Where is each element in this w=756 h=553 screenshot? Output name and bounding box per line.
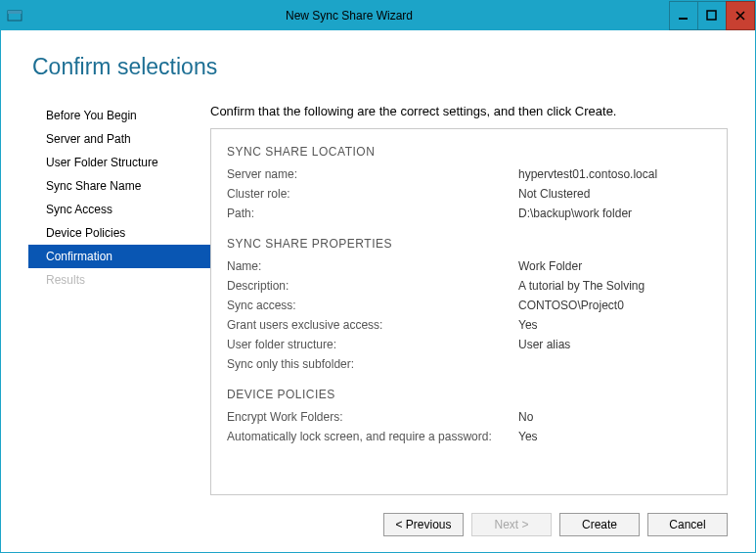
row-server-name: Server name: hypervtest01.contoso.local: [227, 164, 711, 184]
instruction-text: Confirm that the following are the corre…: [210, 104, 728, 118]
label-folder-structure: User folder structure:: [227, 335, 518, 354]
label-subfolder: Sync only this subfolder:: [227, 354, 518, 374]
step-before-you-begin[interactable]: Before You Begin: [28, 104, 210, 127]
next-button: Next >: [471, 513, 552, 536]
value-sync-access: CONTOSO\Project0: [518, 296, 711, 315]
label-encrypt: Encrypt Work Folders:: [227, 407, 518, 427]
step-device-policies[interactable]: Device Policies: [28, 221, 210, 245]
svg-rect-3: [707, 11, 716, 20]
titlebar: New Sync Share Wizard: [1, 1, 755, 30]
label-sync-access: Sync access:: [227, 296, 518, 315]
wizard-steps: Before You BeginServer and PathUser Fold…: [28, 102, 210, 536]
label-name: Name:: [227, 256, 518, 276]
value-name: Work Folder: [518, 256, 711, 276]
row-path: Path: D:\backup\work folder: [227, 204, 711, 223]
step-confirmation[interactable]: Confirmation: [28, 245, 210, 268]
label-lock-screen: Automatically lock screen, and require a…: [227, 427, 518, 446]
row-sync-access: Sync access: CONTOSO\Project0: [227, 296, 711, 315]
label-server-name: Server name:: [227, 164, 518, 184]
value-subfolder: [518, 354, 711, 374]
svg-rect-2: [679, 18, 688, 20]
section-device-policies: DEVICE POLICIES Encrypt Work Folders: No…: [227, 388, 711, 446]
row-encrypt: Encrypt Work Folders: No: [227, 407, 711, 427]
section-sync-share-location: SYNC SHARE LOCATION Server name: hypervt…: [227, 145, 711, 223]
value-exclusive-access: Yes: [518, 315, 711, 335]
section-title-location: SYNC SHARE LOCATION: [227, 145, 711, 159]
settings-summary-box: SYNC SHARE LOCATION Server name: hypervt…: [210, 128, 728, 495]
svg-rect-1: [8, 11, 22, 14]
row-subfolder: Sync only this subfolder:: [227, 354, 711, 374]
create-button[interactable]: Create: [559, 513, 640, 536]
value-encrypt: No: [518, 407, 711, 427]
label-exclusive-access: Grant users exclusive access:: [227, 315, 518, 335]
value-lock-screen: Yes: [518, 427, 711, 446]
maximize-button[interactable]: [697, 1, 727, 30]
window-controls: [670, 1, 755, 30]
value-folder-structure: User alias: [518, 335, 711, 354]
body-row: Before You BeginServer and PathUser Fold…: [28, 102, 728, 536]
client-area: Confirm selections Before You BeginServe…: [1, 30, 755, 552]
row-cluster-role: Cluster role: Not Clustered: [227, 184, 711, 204]
value-server-name: hypervtest01.contoso.local: [518, 164, 711, 184]
step-server-and-path[interactable]: Server and Path: [28, 127, 210, 151]
row-name: Name: Work Folder: [227, 256, 711, 276]
value-description: A tutorial by The Solving: [518, 276, 711, 296]
label-path: Path:: [227, 204, 518, 223]
section-title-properties: SYNC SHARE PROPERTIES: [227, 237, 711, 251]
section-title-device: DEVICE POLICIES: [227, 388, 711, 401]
step-sync-access[interactable]: Sync Access: [28, 198, 210, 221]
button-row: < Previous Next > Create Cancel: [210, 513, 728, 536]
value-cluster-role: Not Clustered: [518, 184, 711, 204]
row-folder-structure: User folder structure: User alias: [227, 335, 711, 354]
row-exclusive-access: Grant users exclusive access: Yes: [227, 315, 711, 335]
row-lock-screen: Automatically lock screen, and require a…: [227, 427, 711, 446]
label-description: Description:: [227, 276, 518, 296]
app-icon: [1, 1, 28, 30]
minimize-button[interactable]: [669, 1, 698, 30]
label-cluster-role: Cluster role:: [227, 184, 518, 204]
cancel-button[interactable]: Cancel: [647, 513, 728, 536]
page-heading: Confirm selections: [32, 54, 728, 80]
step-results: Results: [28, 268, 210, 292]
previous-button[interactable]: < Previous: [383, 513, 464, 536]
section-sync-share-properties: SYNC SHARE PROPERTIES Name: Work Folder …: [227, 237, 711, 374]
close-button[interactable]: [726, 1, 755, 30]
step-user-folder-structure[interactable]: User Folder Structure: [28, 151, 210, 174]
row-description: Description: A tutorial by The Solving: [227, 276, 711, 296]
wizard-window: New Sync Share Wizard Confirm selections…: [0, 0, 756, 553]
step-sync-share-name[interactable]: Sync Share Name: [28, 174, 210, 198]
main-panel: Confirm that the following are the corre…: [210, 102, 728, 536]
window-title: New Sync Share Wizard: [28, 1, 670, 30]
value-path: D:\backup\work folder: [518, 204, 711, 223]
